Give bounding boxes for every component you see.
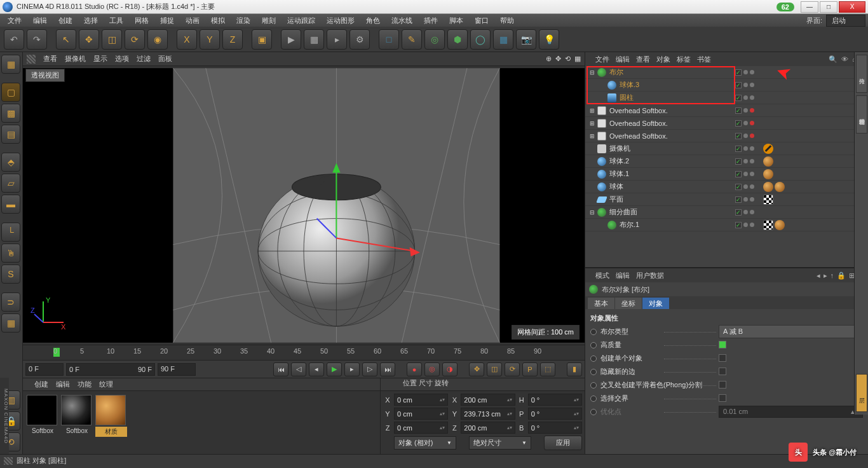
menu-item[interactable]: 窗口 <box>470 15 494 27</box>
dock-tab-3[interactable]: 层 <box>856 374 867 412</box>
materials-menu-item[interactable]: 纹理 <box>99 380 113 389</box>
materials-menu-item[interactable]: 创建 <box>34 380 48 389</box>
attr-tab[interactable]: 对象 <box>642 298 669 309</box>
vp-nav4-icon[interactable]: ▦ <box>574 55 581 63</box>
generator-button[interactable]: ⬢ <box>447 29 468 50</box>
viewport-menu-item[interactable]: 查看 <box>43 54 57 64</box>
layer-check[interactable] <box>735 95 742 101</box>
environment-button[interactable]: ▦ <box>493 29 513 50</box>
light-button[interactable]: 💡 <box>539 29 559 50</box>
vis-dot[interactable] <box>750 197 754 202</box>
panel-grip-icon[interactable] <box>27 55 36 64</box>
z-axis-button[interactable]: Z <box>222 29 243 50</box>
material-swatch[interactable] <box>61 395 92 425</box>
object-row[interactable]: ⊟布尔 <box>585 66 868 79</box>
vis-dot[interactable] <box>743 134 748 138</box>
pos-input[interactable]: 0 cm▴▾ <box>394 422 448 434</box>
vis-dot[interactable] <box>743 70 748 74</box>
scale-key-button[interactable]: ◫ <box>487 362 502 376</box>
dock-tab-2[interactable]: 结构管理器 <box>856 95 867 134</box>
radio-icon[interactable] <box>590 396 597 402</box>
timeline[interactable]: 051015202530354045505560657075808590 <box>23 345 585 360</box>
vis-dot[interactable] <box>743 146 748 151</box>
radio-icon[interactable] <box>590 355 597 362</box>
end-frame-input[interactable]: 90 F <box>158 363 196 376</box>
radio-icon[interactable] <box>590 329 597 335</box>
object-label[interactable]: Overhead Softbox. <box>609 132 668 140</box>
tag-mat-icon[interactable] <box>763 169 773 179</box>
axis-mode-button[interactable]: └ <box>1 223 20 242</box>
object-row[interactable]: 圆柱 <box>585 92 868 104</box>
object-row[interactable]: 平面 <box>585 193 868 206</box>
polys-mode-button[interactable]: ▬ <box>1 195 20 214</box>
vis-dot[interactable] <box>743 210 748 214</box>
tag-mat-icon[interactable] <box>763 182 773 192</box>
tag-mat-icon[interactable] <box>775 220 785 230</box>
vp-nav1-icon[interactable]: ⊕ <box>546 55 552 63</box>
size-input[interactable]: 239.713 cm▴▾ <box>461 408 515 420</box>
vis-dot[interactable] <box>750 95 754 100</box>
x-axis-button[interactable]: X <box>177 29 197 50</box>
tag-chk-icon[interactable] <box>763 195 773 205</box>
material-swatch[interactable] <box>27 395 57 425</box>
size-mode-select[interactable]: 绝对尺寸▼ <box>469 436 531 450</box>
undo-button[interactable]: ↶ <box>4 29 24 50</box>
object-label[interactable]: Overhead Softbox. <box>609 120 668 127</box>
menu-item[interactable]: 雕刻 <box>257 15 281 27</box>
vis-dot[interactable] <box>743 184 748 189</box>
recent-tool[interactable]: ◉ <box>147 29 168 50</box>
menu-item[interactable]: 运动跟踪 <box>282 15 320 27</box>
lock-icon[interactable]: 🔒 <box>837 272 846 280</box>
object-label[interactable]: 球体.3 <box>620 80 639 90</box>
object-row[interactable]: 摄像机 <box>585 142 868 155</box>
object-label[interactable]: 圆柱 <box>620 93 634 102</box>
vis-dot[interactable] <box>743 223 748 227</box>
object-row[interactable]: ⊟细分曲面 <box>585 206 868 219</box>
material-swatch[interactable] <box>95 395 126 425</box>
vis-dot[interactable] <box>750 83 754 87</box>
menu-item[interactable]: 模拟 <box>206 15 230 27</box>
viewport-menu-item[interactable]: 摄像机 <box>65 54 86 64</box>
snap-button[interactable]: ⊃ <box>1 292 20 312</box>
pen-tool-button[interactable]: ✎ <box>402 29 422 50</box>
object-label[interactable]: 球体.1 <box>609 169 629 179</box>
pos-input[interactable]: 0 cm▴▾ <box>394 394 448 406</box>
viewport-menu-item[interactable]: 选项 <box>115 54 129 64</box>
rot-input[interactable]: 0 °▴▾ <box>528 394 582 406</box>
object-row[interactable]: 布尔.1 <box>585 219 868 231</box>
material-item[interactable]: Softbox <box>27 395 58 435</box>
attr-checkbox[interactable] <box>719 354 726 362</box>
tweak-mode-button[interactable]: 🖱 <box>1 244 20 263</box>
menu-item[interactable]: 插件 <box>419 15 443 27</box>
object-label[interactable]: 布尔 <box>609 67 623 77</box>
pos-key-button[interactable]: ✥ <box>469 362 484 376</box>
tag-mat-icon[interactable] <box>775 182 785 192</box>
attr-menu-item[interactable]: 编辑 <box>616 271 630 280</box>
menu-item[interactable]: 捕捉 <box>155 15 179 27</box>
expand-icon[interactable]: ⊞ <box>589 120 595 127</box>
vis-dot[interactable] <box>743 83 748 87</box>
attr-menu-item[interactable]: 用户数据 <box>636 271 664 280</box>
goto-start-button[interactable]: ⏮ <box>273 362 288 376</box>
current-frame-input[interactable]: 0 F <box>25 363 64 376</box>
objmgr-menu-item[interactable]: 文件 <box>595 55 609 64</box>
material-item[interactable]: Softbox <box>61 395 93 435</box>
expand-icon[interactable]: ⊟ <box>589 69 595 76</box>
goto-end-button[interactable]: ⏭ <box>380 362 395 376</box>
play-button[interactable]: ▶ <box>327 362 342 376</box>
radio-icon[interactable] <box>590 382 597 389</box>
object-label[interactable]: 摄像机 <box>609 144 630 153</box>
attr-tab[interactable]: 坐标 <box>615 298 642 309</box>
objmgr-menu-item[interactable]: 编辑 <box>616 55 630 64</box>
menu-item[interactable]: 渲染 <box>231 15 255 27</box>
cube-primitive-button[interactable]: □ <box>379 29 399 50</box>
menu-item[interactable]: 脚本 <box>444 15 468 27</box>
rotate-tool[interactable]: ⟳ <box>125 29 145 50</box>
rot-key-button[interactable]: ⟳ <box>505 362 520 376</box>
layer-check[interactable] <box>735 222 742 228</box>
rot-input[interactable]: 0 °▴▾ <box>528 422 582 434</box>
object-row[interactable]: ⊞Overhead Softbox. <box>585 117 868 130</box>
layer-check[interactable] <box>735 171 742 177</box>
attr-select[interactable]: A 减 B▼ <box>719 325 863 338</box>
vis-dot[interactable] <box>750 223 754 227</box>
